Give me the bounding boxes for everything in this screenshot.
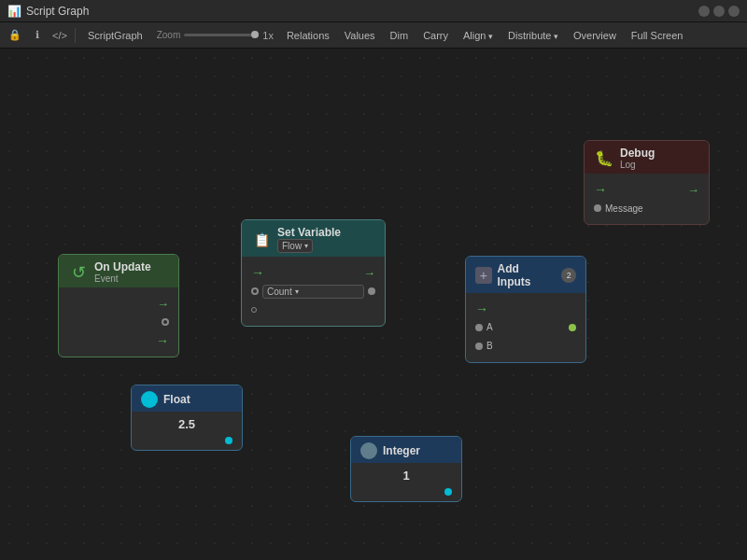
- set-variable-body: → → Count: [242, 257, 385, 326]
- debug-subtitle: Log: [620, 160, 655, 170]
- relations-button[interactable]: Relations: [281, 28, 335, 43]
- on-update-title: On Update: [94, 260, 151, 273]
- info-icon-button[interactable]: ℹ: [28, 26, 47, 45]
- plus-icon: +: [475, 267, 492, 284]
- minimize-button[interactable]: [698, 6, 710, 17]
- set-variable-node[interactable]: 📋 Set Variable Flow → → Count: [241, 219, 386, 327]
- on-update-flow-out: →: [68, 295, 169, 312]
- add-inputs-badge: 2: [561, 268, 576, 283]
- float-out-port: [225, 437, 233, 444]
- port-a-label: A: [486, 322, 493, 332]
- debug-log-node[interactable]: 🐛 Debug Log → → Message: [584, 140, 710, 225]
- on-update-body: → →: [59, 287, 178, 357]
- zoom-label: Zoom: [157, 30, 181, 40]
- values-button[interactable]: Values: [339, 28, 381, 43]
- window-controls: [698, 6, 740, 17]
- port-b-in: [475, 343, 483, 350]
- float-body: 2.5: [132, 412, 242, 450]
- on-update-header: ↺ On Update Event: [59, 255, 178, 287]
- debug-message-row: Message: [594, 200, 699, 217]
- integer-node[interactable]: Integer 1: [350, 436, 462, 502]
- code-icon-button[interactable]: </>: [50, 26, 69, 45]
- bottom-port: [251, 307, 257, 313]
- add-inputs-body: → A B: [466, 293, 585, 362]
- add-flow-in: →: [475, 301, 488, 316]
- on-update-green-out: →: [68, 332, 169, 349]
- separator-1: [75, 28, 76, 43]
- integer-title: Integer: [383, 444, 420, 457]
- count-in-port: [251, 287, 259, 295]
- dim-button[interactable]: Dim: [385, 28, 415, 43]
- debug-title: Debug: [620, 147, 655, 160]
- on-update-subtitle: Event: [94, 273, 151, 284]
- add-port-b-row: B: [475, 338, 576, 355]
- set-var-bottom-row: [251, 301, 375, 318]
- script-graph-label: ScriptGraph: [88, 30, 143, 41]
- debug-flow-out: →: [687, 183, 699, 197]
- on-update-node[interactable]: ↺ On Update Event → →: [58, 254, 179, 357]
- float-dot-icon: [141, 391, 158, 408]
- add-inputs-title: Add Inputs: [498, 262, 555, 289]
- port-b-label: B: [486, 341, 493, 351]
- port-a-in: [475, 324, 483, 331]
- script-graph-icon: 📊: [7, 5, 21, 18]
- set-variable-icon: 📋: [251, 230, 272, 250]
- fullscreen-button[interactable]: Full Screen: [626, 28, 689, 43]
- integer-out-port: [444, 488, 452, 496]
- float-header: Float: [132, 385, 242, 412]
- set-variable-header: 📋 Set Variable Flow: [242, 220, 385, 257]
- green-out-arrow: →: [156, 333, 169, 348]
- set-var-count-row: Count: [251, 283, 375, 300]
- debug-flow-row: → →: [594, 181, 699, 198]
- maximize-button[interactable]: [713, 6, 725, 17]
- distribute-button[interactable]: Distribute: [502, 28, 564, 43]
- count-dropdown[interactable]: Count: [262, 285, 364, 299]
- set-var-flow-row: → →: [251, 264, 375, 281]
- flow-in-arrow: →: [251, 265, 264, 280]
- overview-button[interactable]: Overview: [568, 28, 622, 43]
- add-flow-row: →: [475, 301, 576, 317]
- debug-icon: 🐛: [594, 148, 614, 169]
- close-button[interactable]: [728, 6, 740, 17]
- float-value: 2.5: [141, 417, 233, 431]
- script-graph-selector[interactable]: ScriptGraph: [81, 27, 149, 44]
- flow-out-arrow: →: [157, 297, 169, 311]
- data-out-port: [162, 318, 169, 326]
- connections-layer: [0, 49, 280, 189]
- port-a-out: [569, 324, 576, 331]
- add-inputs-node[interactable]: + Add Inputs 2 → A B: [465, 256, 586, 363]
- integer-value: 1: [360, 469, 452, 483]
- integer-dot-icon: [360, 442, 377, 459]
- debug-log-header: 🐛 Debug Log: [585, 141, 709, 174]
- lock-icon-button[interactable]: 🔒: [6, 26, 24, 45]
- debug-flow-in: →: [594, 182, 607, 197]
- window-title: Script Graph: [26, 5, 698, 18]
- message-in-port: [594, 204, 601, 212]
- title-bar: 📊 Script Graph: [0, 0, 747, 22]
- flow-out-arrow: →: [363, 266, 375, 280]
- zoom-thumb[interactable]: [251, 31, 259, 38]
- integer-body: 1: [351, 463, 461, 501]
- count-out-port: [368, 287, 375, 295]
- zoom-slider[interactable]: [184, 34, 259, 36]
- align-button[interactable]: Align: [458, 28, 499, 43]
- add-inputs-header: + Add Inputs 2: [466, 257, 585, 293]
- zoom-container: Zoom 1x: [157, 30, 274, 41]
- carry-button[interactable]: Carry: [417, 28, 454, 43]
- on-update-icon: ↺: [68, 262, 89, 283]
- on-update-data-out: [68, 314, 169, 330]
- debug-log-body: → → Message: [585, 174, 709, 224]
- zoom-value: 1x: [262, 30, 274, 41]
- float-node[interactable]: Float 2.5: [131, 385, 243, 451]
- add-port-a-row: A: [475, 319, 576, 336]
- toolbar: 🔒 ℹ </> ScriptGraph Zoom 1x Relations Va…: [0, 22, 747, 49]
- integer-header: Integer: [351, 437, 461, 463]
- message-label: Message: [605, 203, 643, 214]
- float-title: Float: [163, 393, 190, 406]
- set-variable-title: Set Variable: [277, 226, 341, 239]
- set-variable-flow-dropdown[interactable]: Flow: [277, 239, 313, 253]
- canvas[interactable]: ↺ On Update Event → → 📋 Set Va: [0, 49, 747, 560]
